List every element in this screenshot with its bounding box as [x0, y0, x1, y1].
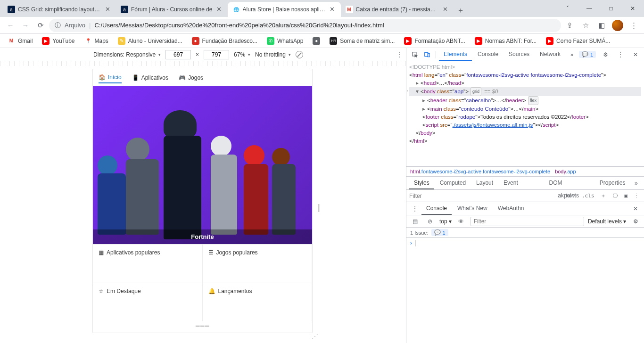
tab-3[interactable]: 🌐 Alura Store | Baixe nossos aplicat ✕	[228, 2, 341, 17]
tab-network[interactable]: Network	[535, 48, 565, 61]
tab-1[interactable]: a CSS Grid: simplificando layouts: A ✕	[3, 2, 116, 17]
crumb-html[interactable]: html.fontawesome-i2svg-active.fontawesom…	[410, 169, 550, 174]
tab-properties[interactable]: Properties	[595, 177, 630, 189]
throttling-select[interactable]: No throttling	[255, 51, 291, 58]
back-button[interactable]: ←	[4, 19, 17, 32]
tab-4[interactable]: M Caixa de entrada (7) - messias.va ✕	[341, 2, 454, 17]
crumb-body[interactable]: body.app	[555, 169, 576, 174]
device-kebab-icon[interactable]: ⋮	[396, 51, 402, 58]
nav-inicio[interactable]: 🏠Início	[99, 74, 122, 83]
tab-console[interactable]: Console	[473, 48, 503, 61]
more-tabs-icon[interactable]: »	[566, 49, 578, 60]
window-close-button[interactable]: ✕	[622, 1, 643, 16]
bookmark-generic[interactable]: ●	[309, 35, 324, 47]
bookmark-whatsapp[interactable]: ✆WhatsApp	[263, 35, 307, 47]
close-icon[interactable]: ✕	[215, 6, 223, 13]
bookmark-abnt2[interactable]: ▶Normas ABNT: For...	[471, 35, 540, 47]
bookmark-sumario[interactable]: ▶Como Fazer SUMÁ...	[542, 35, 614, 47]
html-close-node[interactable]: </html>	[409, 137, 641, 145]
section-lancamentos[interactable]: 🔔Lançamentos	[203, 283, 313, 321]
html-node[interactable]: <html lang="en" class="fontawesome-i2svg…	[409, 71, 641, 79]
grid-badge[interactable]: grid	[471, 87, 481, 96]
resize-handle-right[interactable]: ||	[318, 203, 318, 212]
close-icon[interactable]: ✕	[442, 6, 449, 13]
rendering-icon[interactable]: ▣	[622, 192, 629, 200]
bookmark-star-icon[interactable]: ☆	[579, 19, 592, 32]
console-sidebar-icon[interactable]: ▤	[409, 216, 421, 227]
script-node[interactable]: <script src="./assets/js/fontawesome.all…	[409, 121, 641, 129]
caret-down-icon[interactable]: ˅	[557, 1, 578, 16]
close-icon[interactable]: ✕	[329, 6, 336, 13]
kebab-menu-icon[interactable]: ⋮	[627, 19, 640, 32]
styles-kebab-icon[interactable]: ⋮	[632, 192, 641, 200]
minimize-button[interactable]: —	[579, 1, 600, 16]
bookmark-aluno[interactable]: ✎Aluno - Universidad...	[114, 35, 186, 47]
height-input[interactable]	[204, 50, 229, 59]
dimensions-select[interactable]: Dimensions: Responsive	[93, 51, 161, 58]
main-node[interactable]: ▸<main class="conteudo Conteúdo">…</main…	[409, 105, 641, 113]
maximize-button[interactable]: □	[601, 1, 621, 16]
console-settings-icon[interactable]: ⚙	[630, 216, 641, 227]
new-tab-button[interactable]: ＋	[454, 4, 467, 17]
elements-dom-tree[interactable]: <!DOCTYPE html> <html lang="en" class="f…	[406, 61, 644, 166]
live-expression-icon[interactable]: 👁	[455, 216, 467, 227]
console-filter-input[interactable]	[471, 217, 584, 226]
width-input[interactable]	[165, 50, 191, 59]
drawer-kebab-icon[interactable]: ⋮	[409, 203, 421, 214]
issues-chip[interactable]: 💬1	[579, 51, 596, 58]
inspect-icon[interactable]	[409, 49, 421, 60]
section-destaque[interactable]: ☆Em Destaque	[93, 283, 203, 321]
footer-node[interactable]: <footer class="rodape">Todos os direitos…	[409, 113, 641, 121]
tab-styles[interactable]: Styles	[409, 177, 434, 189]
forward-button[interactable]: →	[19, 19, 32, 32]
bookmark-matriz[interactable]: HRSoma de matriz sim...	[326, 35, 398, 47]
devtools-close-icon[interactable]: ✕	[630, 49, 641, 60]
computed-toggle-icon[interactable]: 🖵	[611, 192, 619, 200]
tab-layout[interactable]: Layout	[471, 177, 498, 189]
console-output[interactable]: ›	[406, 238, 644, 343]
info-icon[interactable]: ⓘ	[55, 21, 61, 30]
close-icon[interactable]: ✕	[104, 6, 111, 13]
tab-whats-new[interactable]: What's New	[453, 202, 492, 215]
issues-row[interactable]: 1 Issue: 💬1	[406, 228, 644, 238]
share-icon[interactable]: ⇪	[563, 19, 576, 32]
kebab-icon[interactable]: ⋮	[615, 49, 626, 60]
cls-toggle[interactable]: .cls	[580, 192, 596, 200]
gear-icon[interactable]: ⚙	[600, 49, 611, 60]
header-node[interactable]: ▸<header class="cabecalho">…</header>fle…	[409, 96, 641, 105]
styles-filter-input[interactable]	[409, 193, 558, 199]
profile-avatar[interactable]	[611, 19, 624, 32]
bookmark-maps[interactable]: 📍Maps	[81, 35, 112, 47]
section-jogos-populares[interactable]: ☰Jogos populares	[203, 244, 313, 283]
resize-handle-corner[interactable]: ⋰	[312, 333, 318, 340]
new-style-rule-icon[interactable]: ＋	[599, 191, 608, 200]
nav-jogos[interactable]: 🎮Jogos	[179, 74, 203, 83]
tab-dom-breakpoints[interactable]: DOM Breakpoints	[545, 177, 594, 189]
drag-handle-icon[interactable]: ━━━	[93, 321, 312, 333]
tab-2[interactable]: a Fórum | Alura - Cursos online de ✕	[116, 2, 228, 17]
tab-computed[interactable]: Computed	[435, 177, 471, 189]
bookmark-bradesco[interactable]: ●Fundação Bradesco...	[188, 35, 261, 47]
hov-toggle[interactable]: :hov	[561, 192, 577, 200]
flex-badge[interactable]: flex	[528, 96, 538, 105]
omnibox[interactable]: ⓘ Arquivo | C:/Users/Messias/Desktop/cur…	[49, 19, 561, 32]
bookmark-youtube[interactable]: ▶YouTube	[38, 35, 78, 47]
device-toggle-icon[interactable]	[421, 49, 433, 60]
zoom-select[interactable]: 67%	[234, 51, 250, 58]
tab-webauthn[interactable]: WebAuthn	[493, 202, 529, 215]
side-panel-icon[interactable]: ◧	[595, 19, 608, 32]
bookmark-gmail[interactable]: MGmail	[4, 35, 36, 47]
tab-elements[interactable]: Elements	[439, 48, 472, 61]
nav-aplicativos[interactable]: 📱Aplicativos	[132, 74, 168, 83]
rotate-icon[interactable]	[296, 51, 303, 58]
tab-event-listeners[interactable]: Event Listeners	[499, 177, 543, 189]
tab-drawer-console[interactable]: Console	[421, 202, 452, 215]
tab-sources[interactable]: Sources	[504, 48, 534, 61]
bookmark-abnt1[interactable]: ▶Formatação ABNT...	[400, 35, 469, 47]
more-styles-tabs-icon[interactable]: »	[631, 178, 641, 189]
reload-button[interactable]: ⟳	[34, 19, 47, 32]
head-node[interactable]: ▸<head>…</head>	[409, 79, 641, 87]
context-select[interactable]: top ▾	[439, 218, 452, 225]
body-close-node[interactable]: </body>	[409, 129, 641, 137]
section-apps-populares[interactable]: ▦Aplicativos populares	[93, 244, 203, 283]
